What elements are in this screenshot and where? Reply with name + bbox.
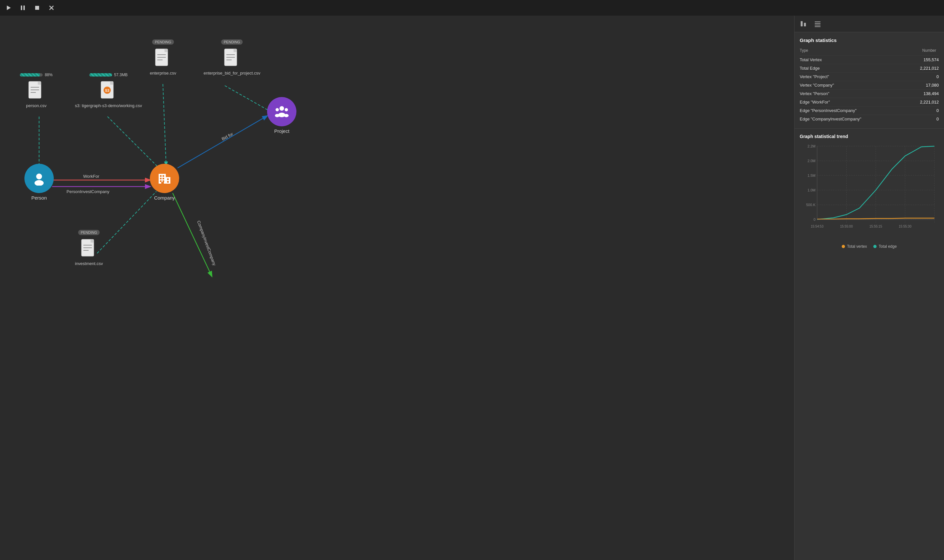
company-vertex-node[interactable]: Company	[150, 164, 179, 200]
stats-row-type: Vertex "Company"	[800, 81, 906, 89]
investment-csv-node[interactable]: PENDING investment.csv	[75, 237, 103, 266]
svg-point-40	[34, 180, 44, 186]
close-button[interactable]	[47, 3, 56, 12]
stats-row-number: 138,494	[906, 89, 939, 98]
stats-table: Type Number Total Vertex155,574Total Edg…	[800, 47, 939, 123]
stats-table-row: Edge "PersonInvestCompany"0	[800, 106, 939, 115]
svg-rect-49	[167, 178, 169, 180]
svg-line-8	[163, 84, 166, 165]
svg-rect-63	[815, 26, 821, 27]
legend-edge-label: Total edge	[879, 244, 896, 249]
enterprise-bid-csv-label: enterprise_bid_for_project.csv	[203, 71, 260, 75]
stop-button[interactable]	[32, 3, 42, 12]
svg-point-56	[275, 114, 279, 117]
svg-rect-21	[110, 82, 113, 85]
svg-rect-61	[815, 23, 821, 24]
stats-row-number: 0	[906, 106, 939, 115]
stats-row-type: Total Edge	[800, 64, 906, 72]
svg-rect-46	[163, 178, 164, 179]
stats-row-number: 17,080	[906, 81, 939, 89]
svg-text:15:54:53: 15:54:53	[811, 225, 824, 228]
bidfor-edge-label: Bid for	[221, 131, 234, 141]
svg-marker-0	[7, 6, 11, 10]
svg-rect-47	[160, 180, 162, 182]
investment-pending-badge: PENDING	[78, 230, 100, 235]
svg-text:2.2M: 2.2M	[807, 144, 815, 148]
companyinvest-edge-label: CompanyInvestCompany	[196, 220, 217, 266]
svg-rect-43	[160, 175, 162, 177]
stats-row-number: 0	[906, 115, 939, 123]
svg-rect-45	[160, 178, 162, 179]
enterprise-pending-badge: PENDING	[152, 39, 174, 45]
svg-line-9	[225, 86, 274, 113]
person-vertex-label: Person	[31, 195, 47, 200]
person-csv-label: person.csv	[26, 103, 46, 108]
s3-working-node[interactable]: 57.3MB S3 s3: tigergraph-s3-demo/working…	[75, 79, 142, 108]
s3-working-label: s3: tigergraph-s3-demo/working.csv	[75, 103, 142, 108]
legend-vertex: Total vertex	[842, 244, 867, 249]
enterprise-csv-node[interactable]: PENDING enterprise.csv	[150, 46, 176, 75]
svg-rect-3	[35, 6, 39, 10]
stats-row-type: Vertex "Person"	[800, 89, 906, 98]
svg-rect-35	[91, 239, 94, 243]
svg-text:15:55:00: 15:55:00	[840, 225, 853, 228]
svg-rect-58	[801, 21, 802, 26]
enterprise-csv-label: enterprise.csv	[150, 71, 176, 75]
svg-text:500.K: 500.K	[806, 203, 816, 207]
stats-row-number: 155,574	[906, 56, 939, 64]
stats-title: Graph statistics	[800, 37, 939, 43]
stats-view-button[interactable]	[797, 18, 810, 30]
svg-rect-25	[165, 49, 168, 52]
stats-table-row: Vertex "Project"0	[800, 72, 939, 81]
trend-title: Graph statistical trend	[800, 134, 939, 139]
stats-row-type: Edge "WorkFor"	[800, 98, 906, 106]
graph-area[interactable]: WorkFor PersonInvestCompany Bid for Comp…	[0, 15, 794, 560]
svg-rect-16	[38, 82, 41, 85]
svg-text:15:55:30: 15:55:30	[899, 225, 912, 228]
legend-vertex-label: Total vertex	[847, 244, 867, 249]
svg-text:0: 0	[813, 217, 815, 222]
svg-rect-59	[804, 23, 806, 26]
svg-point-39	[36, 174, 42, 179]
stats-table-row: Vertex "Company"17,080	[800, 81, 939, 89]
enterprise-bid-pending-badge: PENDING	[221, 39, 243, 45]
stats-row-number: 0	[906, 72, 939, 81]
sidebar: Graph statistics Type Number Total Verte…	[794, 15, 944, 560]
table-view-button[interactable]	[812, 18, 824, 30]
stats-row-type: Vertex "Project"	[800, 72, 906, 81]
trend-legend: Total vertex Total edge	[800, 244, 939, 249]
stats-table-row: Edge "WorkFor"2,221,012	[800, 98, 939, 106]
legend-edge: Total edge	[873, 244, 896, 249]
stats-table-row: Total Edge2,221,012	[800, 64, 939, 72]
s3-progress: 57.3MB	[89, 72, 127, 77]
project-vertex-node[interactable]: Project	[267, 97, 296, 134]
person-csv-progress: 88%	[20, 72, 52, 77]
person-vertex-node[interactable]: Person	[25, 164, 54, 200]
person-csv-node[interactable]: 88% person.csv	[26, 79, 46, 108]
svg-point-52	[279, 106, 284, 111]
main-content: WorkFor PersonInvestCompany Bid for Comp…	[0, 15, 944, 560]
company-vertex-label: Company	[154, 195, 175, 200]
stats-row-number: 2,221,012	[906, 64, 939, 72]
company-vertex-circle	[150, 164, 179, 193]
play-button[interactable]	[4, 3, 13, 12]
svg-text:15:55:15: 15:55:15	[869, 225, 882, 228]
project-vertex-label: Project	[274, 128, 290, 134]
trend-panel: Graph statistical trend 2.2M 2.0M 1.5M 1…	[795, 129, 944, 560]
svg-rect-1	[21, 6, 22, 10]
workfor-edge-label: WorkFor	[83, 174, 99, 179]
svg-point-57	[284, 114, 289, 117]
personinvest-edge-label: PersonInvestCompany	[66, 189, 109, 194]
trend-chart: 2.2M 2.0M 1.5M 1.0M 500.K 0 15:54:53 15:…	[800, 143, 939, 241]
toolbar	[0, 0, 944, 15]
svg-line-13	[177, 116, 267, 168]
svg-rect-44	[163, 175, 164, 177]
stats-table-row: Vertex "Person"138,494	[800, 89, 939, 98]
stats-row-type: Edge "PersonInvestCompany"	[800, 106, 906, 115]
svg-point-53	[276, 108, 279, 111]
svg-text:1.5M: 1.5M	[807, 174, 815, 177]
investment-csv-label: investment.csv	[75, 261, 103, 266]
enterprise-bid-csv-node[interactable]: PENDING enterprise_bid_for_project.csv	[203, 46, 260, 75]
pause-button[interactable]	[18, 3, 27, 12]
svg-rect-50	[167, 181, 169, 183]
